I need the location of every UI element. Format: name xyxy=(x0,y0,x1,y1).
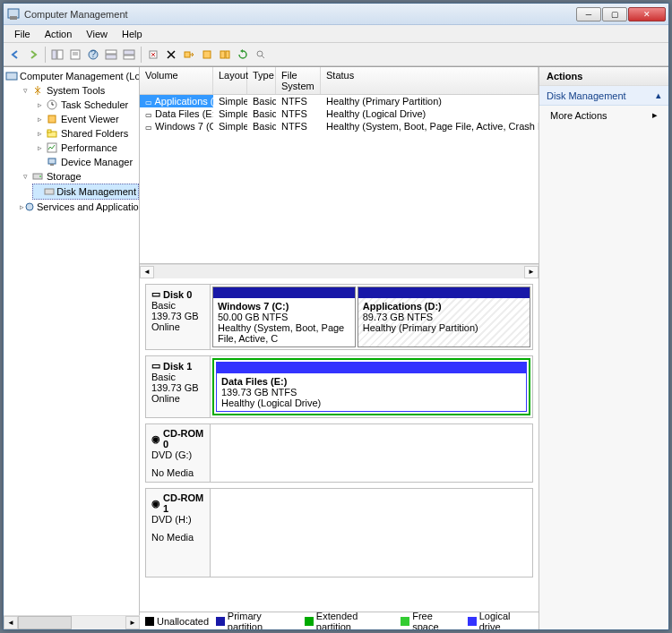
svg-rect-9 xyxy=(106,50,116,54)
extend-icon[interactable] xyxy=(181,47,197,63)
col-fs[interactable]: File System xyxy=(276,67,321,94)
svg-rect-12 xyxy=(124,56,134,59)
refresh-icon[interactable] xyxy=(235,47,251,63)
partition[interactable]: Applications (D:) 89.73 GB NTFS Healthy … xyxy=(358,287,530,347)
minimize-button[interactable]: ─ xyxy=(576,7,601,21)
cd-icon: ◉ xyxy=(151,433,160,445)
maximize-button[interactable]: ▢ xyxy=(602,7,627,21)
menu-help[interactable]: Help xyxy=(115,27,150,41)
show-hide-tree-button[interactable] xyxy=(49,47,65,63)
volume-row[interactable]: ▭ Windows 7 (C:) Simple Basic NTFS Healt… xyxy=(140,120,538,133)
tree-task-scheduler[interactable]: ▹Task Scheduler xyxy=(32,98,139,112)
svg-rect-1 xyxy=(10,16,17,20)
svg-rect-32 xyxy=(45,189,54,194)
svg-rect-15 xyxy=(203,51,211,58)
svg-rect-3 xyxy=(57,50,63,59)
svg-rect-28 xyxy=(48,158,56,164)
svg-rect-2 xyxy=(52,50,56,59)
svg-rect-27 xyxy=(47,143,56,152)
actions-header: Actions xyxy=(539,67,668,86)
partition[interactable]: Data Files (E:) 139.73 GB NTFS Healthy (… xyxy=(216,362,527,412)
disk-row[interactable]: ▭Disk 1 Basic 139.73 GB Online Data File… xyxy=(145,355,533,418)
svg-rect-11 xyxy=(124,50,134,55)
tool-icon-2[interactable] xyxy=(217,47,233,63)
tree-performance[interactable]: ▹Performance xyxy=(32,141,139,155)
disk-icon: ▭ xyxy=(151,360,160,372)
tree-storage[interactable]: ▿Storage xyxy=(18,169,139,184)
legend: Unallocated Primary partition Extended p… xyxy=(140,612,538,629)
tree-device-manager[interactable]: Device Manager xyxy=(32,155,139,169)
tree-root[interactable]: Computer Management (Local xyxy=(4,69,139,83)
actions-section[interactable]: Disk Management ▴ xyxy=(539,86,668,106)
menu-action[interactable]: Action xyxy=(38,27,80,41)
menubar: File Action View Help xyxy=(4,25,668,43)
tree-event-viewer[interactable]: ▹Event Viewer xyxy=(32,112,139,126)
tree-system-tools[interactable]: ▿System Tools xyxy=(18,83,139,98)
svg-point-33 xyxy=(26,203,33,210)
disk-graphical-view: ▭Disk 0 Basic 139.73 GB Online Windows 7… xyxy=(140,278,538,612)
svg-rect-16 xyxy=(220,51,225,58)
volume-list: Volume Layout Type File System Status ▭ … xyxy=(140,67,538,264)
tree-services-apps[interactable]: ▹Services and Applications xyxy=(18,200,139,214)
extended-partition[interactable]: Data Files (E:) 139.73 GB NTFS Healthy (… xyxy=(212,358,530,415)
toolbar: ? xyxy=(4,43,668,66)
search-icon[interactable] xyxy=(253,47,269,63)
volume-row[interactable]: ▭ Applications (D:) Simple Basic NTFS He… xyxy=(140,95,538,107)
svg-rect-17 xyxy=(226,51,229,58)
svg-rect-14 xyxy=(185,52,190,57)
svg-line-19 xyxy=(262,56,264,58)
view-bottom-button[interactable] xyxy=(121,47,137,63)
chevron-up-icon: ▴ xyxy=(656,90,661,101)
help-button[interactable]: ? xyxy=(85,47,101,63)
svg-point-31 xyxy=(39,175,41,177)
svg-rect-29 xyxy=(50,164,54,166)
disk-row[interactable]: ◉CD-ROM 1 DVD (H:) No Media xyxy=(145,488,533,577)
svg-rect-20 xyxy=(6,73,17,80)
forward-button[interactable] xyxy=(25,47,41,63)
menu-file[interactable]: File xyxy=(7,27,38,41)
action-more[interactable]: More Actions ▸ xyxy=(539,106,668,124)
actions-pane: Actions Disk Management ▴ More Actions ▸ xyxy=(539,67,668,629)
col-volume[interactable]: Volume xyxy=(140,67,213,94)
col-status[interactable]: Status xyxy=(321,67,538,94)
svg-rect-24 xyxy=(48,115,56,123)
chevron-right-icon: ▸ xyxy=(652,109,658,121)
cd-icon: ◉ xyxy=(151,498,160,509)
app-icon xyxy=(6,7,21,21)
delete-icon[interactable] xyxy=(163,47,179,63)
disk-icon: ▭ xyxy=(151,288,160,300)
disk-row[interactable]: ▭Disk 0 Basic 139.73 GB Online Windows 7… xyxy=(145,284,533,350)
window-title: Computer Management xyxy=(24,9,575,20)
close-button[interactable]: ✕ xyxy=(628,7,666,21)
svg-rect-26 xyxy=(47,130,51,133)
tree-pane: Computer Management (Local ▿System Tools… xyxy=(4,67,140,629)
menu-view[interactable]: View xyxy=(79,27,115,41)
volume-hscroll[interactable]: ◄► xyxy=(140,264,538,278)
properties-button[interactable] xyxy=(67,47,83,63)
back-button[interactable] xyxy=(7,47,23,63)
volume-header: Volume Layout Type File System Status xyxy=(140,67,538,95)
tree-disk-management[interactable]: Disk Management xyxy=(32,184,139,200)
col-layout[interactable]: Layout xyxy=(213,67,247,94)
titlebar: Computer Management ─ ▢ ✕ xyxy=(4,4,668,25)
col-type[interactable]: Type xyxy=(247,67,276,94)
volume-row[interactable]: ▭ Data Files (E:) Simple Basic NTFS Heal… xyxy=(140,107,538,120)
center-pane: Volume Layout Type File System Status ▭ … xyxy=(140,67,539,629)
tree-shared-folders[interactable]: ▹Shared Folders xyxy=(32,126,139,141)
window: Computer Management ─ ▢ ✕ File Action Vi… xyxy=(3,3,669,630)
tool-icon-1[interactable] xyxy=(199,47,215,63)
disk-row[interactable]: ◉CD-ROM 0 DVD (G:) No Media xyxy=(145,423,533,483)
partition[interactable]: Windows 7 (C:) 50.00 GB NTFS Healthy (Sy… xyxy=(212,287,356,347)
tree-hscroll[interactable]: ◄► xyxy=(4,615,140,629)
view-top-button[interactable] xyxy=(103,47,119,63)
settings-icon[interactable] xyxy=(145,47,161,63)
svg-text:?: ? xyxy=(90,49,96,59)
svg-rect-10 xyxy=(106,55,116,59)
